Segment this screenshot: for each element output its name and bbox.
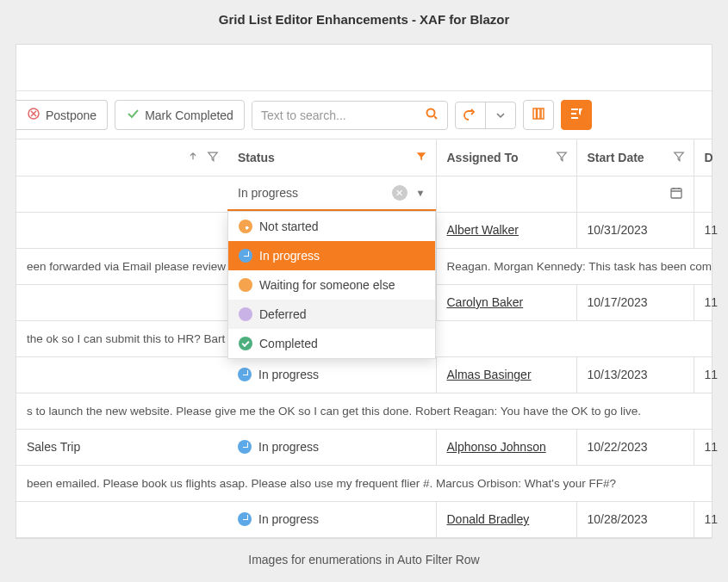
desc-text: been emailed. Please book us flights asa… [16,465,712,501]
cell-blank [16,356,227,393]
status-option[interactable]: Waiting for someone else [228,270,435,300]
filter-assigned[interactable] [436,176,576,212]
columns-icon [532,107,545,123]
svg-point-1 [426,108,434,116]
cell-due: 11 [694,356,712,393]
table-row[interactable]: In progressAlmas Basinger10/13/202311 [16,356,712,393]
cell-assigned: Carolyn Baker [436,284,576,320]
header-row: Status Assigned To [16,139,712,176]
assignee-link[interactable]: Donald Bradley [447,512,530,526]
filter-row: In progress ✕ ▼ Not startedIn progressWa… [16,176,712,212]
status-option-label: Deferred [259,307,306,321]
clock-x-icon [27,107,40,123]
cell-blank [16,501,227,537]
postpone-button[interactable]: Postpone [16,100,108,130]
filter-rows-icon [569,107,583,123]
table-row[interactable]: In progressDonald Bradley10/28/202311 [16,501,712,537]
cell-due: 11 [694,501,712,537]
header-status[interactable]: Status [227,139,436,176]
status-option-label: Completed [259,337,318,350]
svg-rect-5 [671,189,681,198]
header-assigned-label: Assigned To [447,151,519,164]
assignee-link[interactable]: Albert Walker [447,223,520,237]
cell-assigned: Donald Bradley [436,501,576,537]
status-label: In progress [258,512,319,526]
cell-start: 10/31/2023 [576,212,694,248]
cell-due: 11 [694,212,712,248]
status-option-label: Not started [259,220,318,233]
export-split-button[interactable] [455,102,516,129]
cell-due: 11 [694,429,712,465]
cell-due: 11 [694,284,712,320]
status-option[interactable]: Completed [228,329,435,358]
toolbar: Postpone Mark Completed [16,91,712,139]
postpone-label: Postpone [46,108,96,122]
svg-rect-3 [537,108,540,119]
filter-blank[interactable] [16,176,227,212]
desc-fragment: een forwarded via Email please review [16,248,227,284]
status-label: In progress [258,368,319,381]
svg-rect-4 [541,108,544,119]
header-start-label: Start Date [588,151,644,164]
funnel-icon[interactable] [673,150,685,164]
status-label: In progress [258,440,319,454]
funnel-icon[interactable] [415,150,427,164]
status-option[interactable]: Deferred [228,300,435,329]
desc-text: s to launch the new website. Please give… [16,393,712,429]
column-chooser-button[interactable] [523,100,554,130]
filter-status-value: In progress [238,186,392,200]
header-start[interactable]: Start Date [576,139,694,176]
chevron-down-icon[interactable]: ▼ [416,188,426,198]
cell-blank: Sales Trip [16,429,227,465]
chevron-down-icon[interactable] [485,102,515,128]
status-enum-icon [239,278,252,292]
cell-start: 10/22/2023 [576,429,694,465]
cell-assigned: Albert Walker [436,212,576,248]
status-option[interactable]: In progress [228,241,435,270]
assignee-link[interactable]: Almas Basinger [447,368,532,381]
search-wrap [252,101,448,130]
header-assigned[interactable]: Assigned To [436,139,576,176]
assignee-link[interactable]: Alphonso Johnson [447,440,546,454]
status-enum-icon [238,368,252,381]
status-enum-icon [239,249,252,263]
clear-filter-icon[interactable]: ✕ [392,185,408,201]
header-due-label: D [705,151,713,164]
header-due[interactable]: D [694,139,712,176]
cell-start: 10/28/2023 [576,501,694,537]
header-blank[interactable] [16,139,227,176]
cell-assigned: Alphonso Johnson [436,429,576,465]
status-enum-icon [239,220,252,233]
description-row: been emailed. Please book us flights asa… [16,465,712,501]
cell-start: 10/17/2023 [576,284,694,320]
status-option-label: Waiting for someone else [259,278,395,292]
export-icon[interactable] [456,102,485,128]
cell-blank [16,212,227,248]
cell-status: In progress [227,356,436,393]
grid-panel: Postpone Mark Completed [16,44,712,539]
funnel-icon[interactable] [556,150,568,164]
funnel-icon[interactable] [207,150,219,164]
status-enum-icon [239,307,252,321]
status-enum-icon [238,512,252,526]
sort-asc-icon[interactable] [188,151,198,164]
description-row: s to launch the new website. Please give… [16,393,712,429]
status-option[interactable]: Not started [228,212,435,241]
filter-due[interactable] [694,176,712,212]
assignee-link[interactable]: Carolyn Baker [447,295,524,309]
cell-start: 10/13/2023 [576,356,694,393]
cell-assigned: Almas Basinger [436,356,576,393]
filter-start[interactable] [576,176,694,212]
top-blank-bar [16,45,712,91]
cell-status: In progress [227,501,436,537]
search-input[interactable] [252,102,416,129]
calendar-icon[interactable] [669,189,683,202]
svg-rect-2 [533,108,537,119]
filter-toggle-button[interactable] [561,100,592,130]
filter-status-cell[interactable]: In progress ✕ ▼ Not startedIn progressWa… [227,176,436,212]
status-option-label: In progress [259,249,320,263]
table-row[interactable]: Sales TripIn progressAlphonso Johnson10/… [16,429,712,465]
image-caption: Images for enumerations in Auto Filter R… [0,539,728,567]
mark-completed-button[interactable]: Mark Completed [115,100,245,130]
search-button[interactable] [416,102,447,129]
